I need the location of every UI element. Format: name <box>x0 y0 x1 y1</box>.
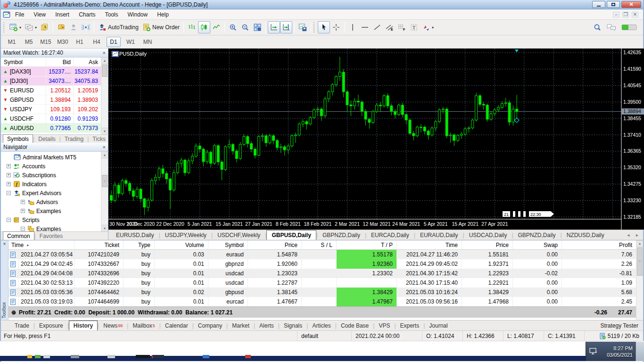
tab-ticks[interactable]: Ticks <box>89 135 108 143</box>
history-row[interactable]: 2021.05.03 03:19:031074464699buy0.01eurc… <box>8 297 636 306</box>
trendline-tool-button[interactable] <box>371 21 383 33</box>
expand-plus-icon[interactable]: + <box>7 173 11 177</box>
history-row[interactable]: 2021.04.30 02:53:131074392220buy0.01usdc… <box>8 278 636 288</box>
navigator-item-examples[interactable]: −Examples <box>1 224 108 231</box>
navigator-item-subscriptions[interactable]: +Subscriptions <box>1 171 108 180</box>
collapse-minus-icon[interactable]: − <box>7 218 11 222</box>
column-profit[interactable]: Profit <box>562 240 636 249</box>
market-watch-row[interactable]: ▼EURUSD1.205121.20519 <box>1 86 108 95</box>
chart-tab-eurusd-daily[interactable]: EURUSD,Daily <box>111 230 159 240</box>
zoom-in-button[interactable] <box>227 21 239 33</box>
tab-symbols[interactable]: Symbols <box>3 134 33 143</box>
timeframe-h4[interactable]: H4 <box>90 37 104 47</box>
chart-shift-button[interactable] <box>280 21 292 33</box>
market-watch-header[interactable]: Market Watch: 16:27:40 × <box>1 49 108 58</box>
expand-plus-icon[interactable]: + <box>7 164 11 168</box>
maximize-button[interactable] <box>607 1 620 8</box>
menu-charts[interactable]: Charts <box>74 9 100 19</box>
chart-tab-euraud-daily[interactable]: EURAUD,Daily <box>415 230 463 240</box>
minimize-button[interactable] <box>592 1 605 8</box>
navigator-item-expert-advisors[interactable]: −Expert Advisors <box>1 189 108 197</box>
scroll-up-icon[interactable]: ▲ <box>101 152 108 158</box>
column-volume[interactable]: Volume <box>155 240 208 249</box>
chart-tab-gbpnzd-daily[interactable]: GBPNZD,Daily <box>513 230 561 240</box>
close-icon[interactable]: × <box>103 145 106 150</box>
market-watch-scrollbar[interactable]: ▲ ▼ <box>101 58 108 134</box>
menu-window[interactable]: Window <box>123 9 153 19</box>
market-watch-row[interactable]: ▲AUDUSD0.773650.77373 <box>1 123 108 133</box>
expand-plus-icon[interactable]: + <box>21 209 25 213</box>
zoom-out-button[interactable] <box>239 21 251 33</box>
equidistant-channel-tool-button[interactable]: E <box>383 21 396 33</box>
new-chart-button[interactable]: ▾ <box>8 21 23 33</box>
system-tray[interactable]: 8:27 PM 03/05/2021 <box>586 342 636 361</box>
timeframe-d1[interactable]: D1 <box>107 37 121 47</box>
close-icon[interactable]: × <box>1 240 8 247</box>
chat-icon[interactable] <box>606 23 617 32</box>
column-tp[interactable]: T / P <box>337 240 397 249</box>
symbols-button[interactable]: $ <box>39 21 51 33</box>
scroll-thumb[interactable]: ≡ <box>102 175 107 187</box>
connection-toggle[interactable] <box>621 23 637 32</box>
timeframe-m5[interactable]: M5 <box>22 37 36 47</box>
status-profile[interactable]: default <box>297 331 351 341</box>
timeframe-mn[interactable]: MN <box>140 37 155 47</box>
column-price[interactable]: Price <box>248 240 302 249</box>
scroll-left-icon[interactable]: ◄ <box>626 233 630 238</box>
column-ask[interactable]: Ask <box>74 58 100 66</box>
tab-signals[interactable]: Signals <box>280 321 306 330</box>
tab-alerts[interactable]: Alerts <box>255 321 278 330</box>
tab-calendar[interactable]: Calendar <box>161 321 192 330</box>
community-button[interactable] <box>67 21 80 33</box>
tab-experts[interactable]: Experts <box>396 321 424 330</box>
scroll-down-icon[interactable]: ▼ <box>101 225 108 231</box>
navigator-item-examples[interactable]: +Examples <box>1 206 108 215</box>
column-swap[interactable]: Swap <box>513 240 562 249</box>
timeframe-m15[interactable]: M15 <box>39 37 53 47</box>
vertical-line-tool-button[interactable] <box>347 21 359 33</box>
column-ticket[interactable]: Ticket <box>74 240 124 249</box>
profiles-button[interactable]: ▾ <box>23 21 39 33</box>
timeframe-h1[interactable]: H1 <box>73 37 87 47</box>
history-center-button[interactable] <box>55 21 67 33</box>
timeframe-m30[interactable]: M30 <box>56 37 70 47</box>
tab-news[interactable]: News99 <box>99 321 127 330</box>
scroll-right-icon[interactable]: ► <box>635 233 639 238</box>
tab-trade[interactable]: Trade <box>10 321 33 330</box>
column-close-time[interactable]: Time <box>397 240 462 249</box>
mdi-close-icon[interactable]: ✕ <box>632 12 638 17</box>
market-watch-row[interactable]: ▲USDCHF0.912800.91293 <box>1 114 108 123</box>
expand-plus-icon[interactable]: + <box>7 182 11 186</box>
mdi-restore-icon[interactable]: ❐ <box>622 12 629 17</box>
show-desktop-button[interactable] <box>636 342 644 361</box>
menu-help[interactable]: Help <box>152 9 173 19</box>
history-scrollbar[interactable]: ▲ ≡ <box>636 240 643 320</box>
history-row[interactable]: 2021.05.03 03:05:361074464462buy0.02gbpu… <box>8 288 636 297</box>
chart-tab-nzdusd-daily[interactable]: NZDUSD,Daily <box>562 230 609 240</box>
chart-tab-eurcad-daily[interactable]: EURCAD,Daily <box>366 230 414 240</box>
chart-tab-gbpnzd-daily[interactable]: GBPNZD,Daily <box>318 230 365 240</box>
tab-history[interactable]: History <box>69 321 98 330</box>
toolbar-grip[interactable] <box>314 22 316 33</box>
tab-code-base[interactable]: Code Base <box>337 321 373 330</box>
tab-trading[interactable]: Trading <box>61 135 87 143</box>
toolbar-grip[interactable] <box>3 22 6 33</box>
bar-chart-mode-button[interactable] <box>186 21 198 33</box>
price-chart[interactable]: 1.426351.415901.405451.395001.384551.374… <box>108 49 644 230</box>
column-sl[interactable]: S / L <box>302 240 337 249</box>
arrows-tool-button[interactable]: ▾ <box>420 21 436 33</box>
search-icon[interactable] <box>593 23 602 32</box>
fibonacci-tool-button[interactable]: F <box>396 21 408 33</box>
mini-chart-icon[interactable] <box>112 51 119 57</box>
scroll-down-icon[interactable]: ▼ <box>101 128 108 134</box>
signals-button[interactable] <box>80 21 92 33</box>
expand-plus-icon[interactable]: + <box>21 200 25 204</box>
network-tray-icon[interactable] <box>589 347 598 356</box>
horizontal-line-tool-button[interactable] <box>359 21 371 33</box>
cursor-tool-button[interactable] <box>318 21 330 33</box>
tab-market[interactable]: Market <box>228 321 254 330</box>
collapse-minus-icon[interactable]: − <box>21 227 25 231</box>
menu-insert[interactable]: Insert <box>50 9 74 19</box>
tab-common[interactable]: Common <box>3 231 34 240</box>
crosshair-tool-button[interactable] <box>330 21 342 33</box>
